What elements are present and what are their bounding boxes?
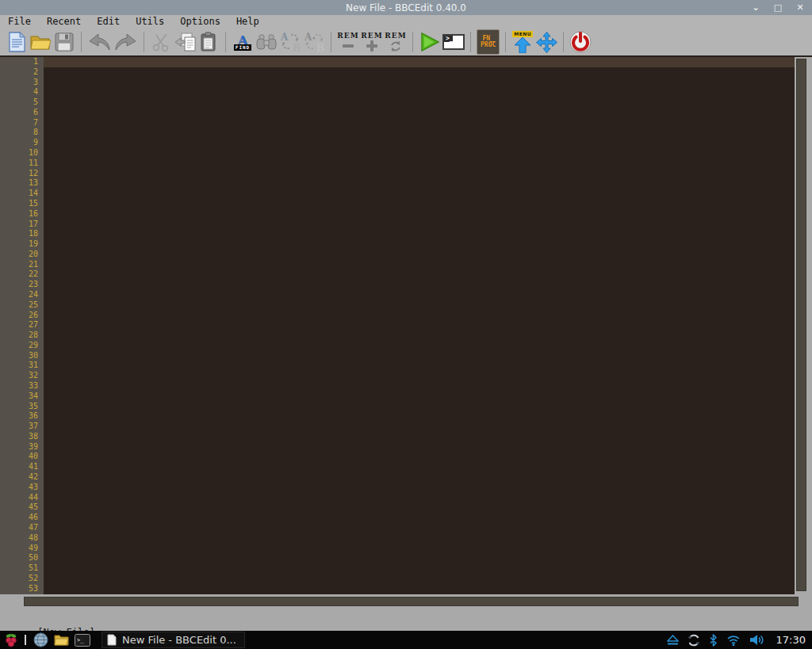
toolbar-separator (144, 32, 144, 52)
find-next-button[interactable] (255, 29, 278, 55)
line-number: 36 (0, 411, 38, 422)
task-button-bbcedit[interactable]: New File - BBCEdit 0... (102, 632, 245, 648)
replace-all-button[interactable]: A B (303, 29, 325, 55)
menu-help[interactable]: Help (228, 15, 267, 29)
line-number: 35 (0, 402, 38, 412)
cut-button[interactable] (150, 29, 172, 55)
terminal-button[interactable]: >_ (442, 29, 465, 55)
line-number: 25 (0, 300, 38, 311)
plus-icon (365, 40, 379, 52)
vertical-scrollbar[interactable] (795, 57, 812, 597)
replace-button[interactable]: A B (279, 29, 301, 55)
line-number: 22 (0, 269, 38, 280)
line-number: 12 (0, 169, 38, 179)
line-number: 28 (0, 330, 38, 341)
volume-icon[interactable] (749, 634, 764, 646)
line-number: 13 (0, 178, 38, 189)
updates-sync-icon[interactable] (688, 634, 700, 647)
copy-button[interactable] (174, 29, 196, 55)
line-number: 4 (0, 87, 38, 97)
find-label: FIND (234, 44, 251, 51)
bluetooth-icon[interactable] (709, 634, 718, 647)
vertical-scrollbar-thumb[interactable] (796, 59, 806, 591)
toolbar-separator (563, 32, 564, 52)
quit-button[interactable] (569, 29, 592, 55)
rem-remove-button[interactable]: REM (337, 29, 359, 55)
line-number: 3 (0, 78, 38, 88)
file-manager-icon[interactable] (54, 634, 69, 646)
line-number: 46 (0, 513, 38, 523)
line-number: 24 (0, 290, 38, 300)
line-number: 8 (0, 128, 38, 138)
screen: New File - BBCEdit 0.40.0 ⌄ □ ✕ File Rec… (0, 0, 812, 649)
browser-globe-icon[interactable] (33, 632, 48, 647)
proc-label: PROC (481, 42, 496, 48)
menu-edit[interactable]: Edit (89, 15, 128, 29)
terminal-icon: >_ (442, 34, 465, 50)
toolbar-separator (470, 32, 471, 52)
run-button[interactable] (419, 29, 441, 55)
line-number: 17 (0, 220, 38, 230)
editor-text-area[interactable] (44, 57, 795, 594)
line-number: 38 (0, 432, 38, 442)
menu-utils[interactable]: Utils (128, 15, 172, 29)
horizontal-scrollbar-thumb[interactable] (24, 597, 799, 606)
line-number: 14 (0, 189, 38, 199)
line-numbers: 1234567891011121314151617181920212223242… (0, 57, 44, 594)
taskbar: >_ New File - BBCEdit 0... (0, 631, 812, 649)
cut-scissors-icon (151, 32, 171, 52)
line-number: 37 (0, 422, 38, 432)
menu-options[interactable]: Options (172, 15, 228, 29)
toolbar: A FIND A B A (0, 29, 812, 55)
menu-bar: File Recent Edit Utils Options Help (0, 15, 812, 29)
minus-icon (341, 40, 355, 52)
replace-all-icon: A B (304, 32, 325, 52)
line-number: 50 (0, 553, 38, 563)
redo-icon (113, 32, 138, 52)
title-bar: New File - BBCEdit 0.40.0 ⌄ □ ✕ (0, 0, 812, 15)
close-icon[interactable]: ✕ (795, 0, 806, 15)
wifi-icon[interactable] (726, 635, 741, 646)
new-file-button[interactable] (6, 29, 28, 55)
run-play-icon (419, 32, 440, 52)
clock[interactable]: 17:30 (776, 634, 806, 646)
rem-label: REM (337, 32, 358, 40)
line-number: 44 (0, 493, 38, 503)
line-number: 31 (0, 361, 38, 371)
menu-file[interactable]: File (0, 15, 39, 29)
menu-recent[interactable]: Recent (39, 15, 89, 29)
undo-button[interactable] (87, 29, 112, 55)
minimize-icon[interactable]: ⌄ (750, 0, 761, 15)
line-number: 32 (0, 371, 38, 381)
rem-add-button[interactable]: REM (361, 29, 383, 55)
new-file-icon (8, 32, 26, 52)
open-file-button[interactable] (29, 29, 52, 55)
paste-button[interactable] (197, 29, 220, 55)
line-number: 40 (0, 452, 38, 462)
find-button[interactable]: A FIND (232, 29, 254, 55)
save-button[interactable] (53, 29, 75, 55)
rem-toggle-button[interactable]: REM (385, 29, 407, 55)
current-line-highlight (44, 57, 795, 67)
line-number: 23 (0, 280, 38, 290)
line-number: 27 (0, 320, 38, 330)
power-icon (569, 31, 592, 53)
line-number: 6 (0, 108, 38, 118)
line-number: 39 (0, 442, 38, 452)
menu-jump-button[interactable]: MENU (511, 29, 534, 55)
redo-button[interactable] (113, 29, 138, 55)
move-button[interactable] (535, 29, 557, 55)
eject-icon[interactable] (667, 635, 679, 646)
binoculars-icon (255, 33, 278, 52)
line-number: 48 (0, 533, 38, 544)
fn-proc-button[interactable]: FN_ PROC (477, 29, 500, 55)
svg-text:>_: >_ (77, 637, 84, 643)
maximize-icon[interactable]: □ (772, 0, 783, 15)
horizontal-scrollbar[interactable] (0, 596, 812, 607)
toolbar-separator (412, 32, 413, 52)
rem-label: REM (385, 32, 406, 40)
raspberry-menu-icon[interactable] (5, 633, 17, 647)
terminal-launcher-icon[interactable]: >_ (75, 634, 90, 647)
line-number: 11 (0, 158, 38, 169)
task-button-label: New File - BBCEdit 0... (122, 634, 236, 646)
